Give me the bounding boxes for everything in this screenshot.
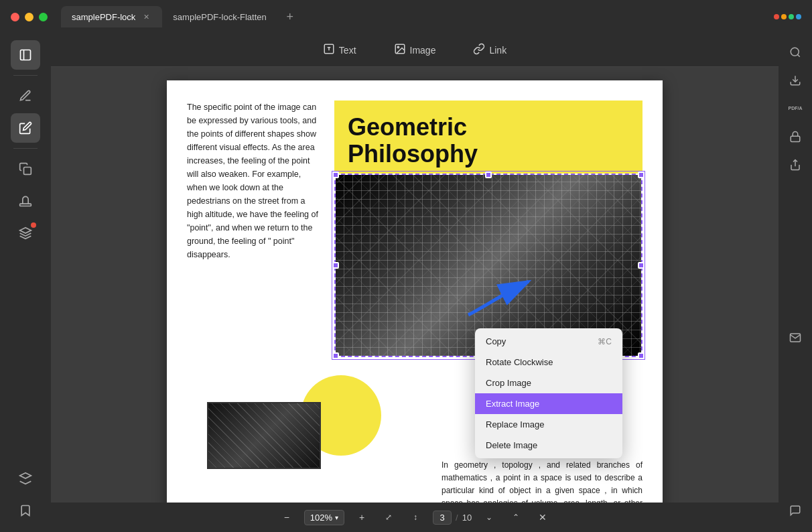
minimize-button[interactable]: [25, 13, 33, 21]
context-copy[interactable]: Copy ⌘C: [475, 331, 622, 352]
svg-line-11: [797, 54, 799, 56]
svg-point-10: [791, 48, 799, 56]
handle-ml[interactable]: [332, 262, 339, 269]
close-bar-button[interactable]: ✕: [533, 508, 552, 527]
dot-green: [789, 14, 794, 19]
sidebar-icon-layers2[interactable]: [11, 464, 40, 493]
pdfa-icon[interactable]: PDF/A: [783, 96, 807, 121]
page-top: The specific point of the image can be e…: [187, 101, 642, 357]
small-image-decoration: [207, 402, 321, 469]
context-copy-label: Copy: [486, 336, 506, 346]
sidebar-icon-edit[interactable]: [11, 113, 40, 143]
add-tab-button[interactable]: +: [283, 9, 297, 24]
context-replace-label: Replace Image: [486, 419, 544, 429]
context-delete[interactable]: Delete Image: [475, 435, 622, 456]
toolbar-text[interactable]: Text: [315, 39, 364, 62]
dot-blue: [796, 14, 801, 19]
zoom-in-button[interactable]: +: [352, 508, 371, 527]
lock-icon[interactable]: [783, 125, 807, 149]
handle-bl[interactable]: [332, 352, 339, 359]
context-replace[interactable]: Replace Image: [475, 414, 622, 435]
toolbar-image[interactable]: Image: [386, 39, 444, 62]
left-sidebar: [0, 34, 51, 532]
handle-tm[interactable]: [485, 172, 492, 178]
pdf-canvas: The specific point of the image can be e…: [51, 67, 779, 503]
svg-rect-0: [21, 50, 31, 60]
svg-marker-5: [20, 473, 31, 478]
zoom-display: 102% ▾: [304, 510, 344, 525]
zoom-chevron: ▾: [335, 514, 338, 521]
toolbar: Text Image Link: [51, 34, 779, 67]
zoom-out-button[interactable]: −: [277, 508, 296, 527]
prev-page-button[interactable]: ⌄: [480, 508, 498, 527]
tab-2-label: samplePDF-lock-Flatten: [173, 12, 266, 22]
maximize-button[interactable]: [39, 13, 48, 21]
bottom-bar: − 102% ▾ + ⤢ ↕ / 10 ⌄ ⌃ ✕: [51, 503, 779, 532]
text-icon: [323, 43, 335, 58]
fit-width-button[interactable]: ↕: [406, 508, 425, 527]
context-extract[interactable]: Extract Image: [475, 393, 622, 414]
context-copy-shortcut: ⌘C: [598, 337, 612, 346]
context-rotate[interactable]: Rotate Clockwise: [475, 352, 622, 373]
handle-tr[interactable]: [638, 172, 645, 178]
tabs-area: samplePDF-lock ✕ samplePDF-lock-Flatten …: [61, 6, 774, 27]
context-delete-label: Delete Image: [486, 440, 537, 450]
titlebar: samplePDF-lock ✕ samplePDF-lock-Flatten …: [0, 0, 812, 34]
notification-badge: [31, 222, 36, 228]
sidebar-icon-pencil[interactable]: [11, 81, 40, 111]
sidebar-divider-2: [13, 148, 38, 149]
svg-rect-3: [20, 204, 31, 206]
next-page-button[interactable]: ⌃: [506, 508, 525, 527]
sidebar-icon-bookmark[interactable]: [11, 496, 40, 525]
comment-icon[interactable]: [783, 498, 807, 523]
tab-1-label: samplePDF-lock: [72, 12, 135, 22]
svg-point-8: [397, 46, 399, 48]
toolbar-link-label: Link: [489, 45, 506, 56]
titlebar-icons: [774, 14, 801, 19]
sidebar-divider-1: [13, 75, 38, 76]
right-sidebar: PDF/A: [779, 34, 812, 532]
yellow-header: GeometricPhilosophy: [334, 101, 642, 174]
close-button[interactable]: [11, 13, 19, 21]
sidebar-icon-book[interactable]: [11, 40, 40, 70]
handle-mr[interactable]: [638, 262, 645, 269]
content-area: The specific point of the image can be e…: [51, 67, 779, 532]
svg-marker-4: [20, 228, 31, 233]
email-icon[interactable]: [783, 326, 807, 350]
context-crop-label: Crop Image: [486, 378, 531, 388]
app-indicator: [774, 14, 801, 19]
page-container: The specific point of the image can be e…: [167, 80, 663, 503]
toolbar-image-label: Image: [410, 45, 436, 56]
sidebar-bottom: [11, 464, 40, 525]
svg-rect-2: [24, 168, 31, 175]
body-text: In geometry , topology , and related bra…: [442, 459, 642, 503]
context-crop[interactable]: Crop Image: [475, 373, 622, 393]
tab-1-close[interactable]: ✕: [141, 11, 151, 22]
context-rotate-label: Rotate Clockwise: [486, 357, 553, 367]
tab-1[interactable]: samplePDF-lock ✕: [61, 6, 162, 27]
page-separator: /: [456, 513, 458, 523]
sidebar-icon-layers[interactable]: [11, 218, 40, 248]
page-total: 10: [462, 513, 472, 523]
traffic-lights: [11, 13, 48, 21]
tab-2[interactable]: samplePDF-lock-Flatten: [162, 7, 277, 27]
sidebar-icon-copy[interactable]: [11, 154, 40, 184]
context-menu: Copy ⌘C Rotate Clockwise Crop Image Extr…: [475, 328, 622, 458]
import-icon[interactable]: [783, 68, 807, 92]
handle-br[interactable]: [638, 352, 645, 359]
sidebar-icon-stamp[interactable]: [11, 186, 40, 216]
handle-tl[interactable]: [332, 172, 339, 178]
blue-arrow: [455, 268, 542, 328]
svg-rect-13: [791, 136, 800, 141]
search-icon[interactable]: [783, 40, 807, 64]
fit-page-button[interactable]: ⤢: [379, 508, 398, 527]
image-icon: [394, 43, 406, 58]
share-icon[interactable]: [783, 153, 807, 177]
toolbar-text-label: Text: [339, 45, 356, 56]
page-input[interactable]: [433, 511, 452, 525]
toolbar-link[interactable]: Link: [465, 39, 515, 62]
context-extract-label: Extract Image: [486, 399, 539, 409]
zoom-value: 102%: [310, 513, 332, 523]
left-text-block: The specific point of the image can be e…: [187, 101, 321, 357]
page-title: GeometricPhilosophy: [348, 114, 629, 167]
